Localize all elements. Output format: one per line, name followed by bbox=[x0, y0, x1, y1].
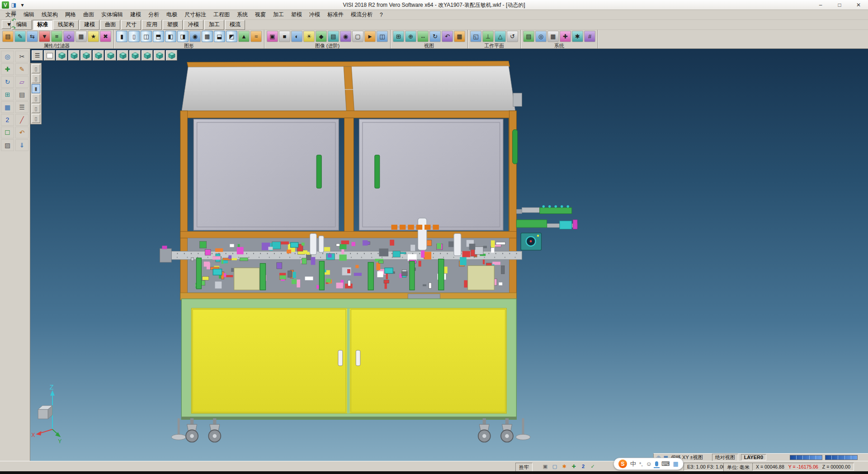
menu-item[interactable]: 工程图 bbox=[210, 10, 233, 19]
grid-small-icon[interactable]: ▦ bbox=[1, 101, 14, 113]
color-palette-icon[interactable]: ✱ bbox=[561, 463, 568, 470]
tab[interactable]: 标准 bbox=[33, 20, 52, 30]
keyboard-icon[interactable]: ⌨ bbox=[661, 460, 670, 467]
draft-analysis-icon[interactable]: ▲ bbox=[238, 31, 250, 42]
menu-item[interactable]: 尺寸标注 bbox=[181, 10, 210, 19]
animation-icon[interactable]: ► bbox=[364, 31, 376, 42]
view-dimetric-icon[interactable] bbox=[154, 50, 165, 61]
menu-item[interactable]: 分析 bbox=[145, 10, 163, 19]
edge-display-icon[interactable]: ⬓ bbox=[214, 31, 225, 42]
line-icon[interactable]: ╱ bbox=[15, 114, 28, 126]
color-filter-icon[interactable]: ▼ bbox=[39, 31, 50, 42]
close-button[interactable]: ✕ bbox=[849, 0, 868, 9]
maximize-button[interactable]: □ bbox=[830, 0, 849, 9]
sogou-logo-icon[interactable]: S bbox=[618, 460, 627, 468]
menu-item[interactable]: 建模 bbox=[127, 10, 145, 19]
menu-item[interactable]: 加工 bbox=[269, 10, 288, 19]
plane-icon[interactable]: ▱ bbox=[15, 76, 28, 88]
tab[interactable]: 冲模 bbox=[184, 20, 203, 30]
menu-item[interactable]: 线架构 bbox=[38, 10, 61, 19]
3d-viewport[interactable]: Z X Y ☰ ▯▯▮▯▯▯ bbox=[30, 49, 868, 461]
transparency-icon[interactable]: ⬒ bbox=[153, 31, 164, 42]
microphone-icon[interactable] bbox=[655, 461, 658, 466]
hatch-icon[interactable]: ▨ bbox=[1, 139, 14, 151]
ime-language-toggle[interactable]: 中 bbox=[630, 460, 636, 468]
ime-toolbox-icon[interactable]: ▦ bbox=[673, 460, 679, 467]
silhouette-icon[interactable]: ◩ bbox=[226, 31, 237, 42]
type-filter-icon[interactable]: ◇ bbox=[63, 31, 75, 42]
highlight-icon[interactable]: ◉ bbox=[189, 31, 201, 42]
tab[interactable]: 塑膜 bbox=[163, 20, 183, 30]
ime-punctuation-toggle[interactable]: °, bbox=[639, 461, 642, 467]
copy-attributes-icon[interactable]: ⇆ bbox=[27, 31, 38, 42]
menu-item[interactable]: 标准件 bbox=[324, 10, 347, 19]
machine-cabinet[interactable] bbox=[180, 293, 516, 419]
workplane-3point-icon[interactable]: △ bbox=[495, 31, 506, 42]
machine-conveyor-arm[interactable] bbox=[516, 205, 577, 250]
view-mode-icon[interactable]: ▯ bbox=[32, 64, 40, 73]
menu-item[interactable]: 模流分析 bbox=[347, 10, 376, 19]
view-back-icon[interactable] bbox=[80, 50, 92, 61]
texture-icon[interactable]: ▦ bbox=[202, 31, 213, 42]
menu-item[interactable]: 网格 bbox=[61, 10, 80, 19]
absolute-view-field[interactable]: 绝对视图 bbox=[712, 454, 738, 461]
viewbar-blank-icon[interactable] bbox=[44, 50, 55, 61]
pan-icon[interactable]: ↔ bbox=[417, 31, 429, 42]
section-view-icon[interactable]: ◧ bbox=[165, 31, 176, 42]
macro-icon[interactable]: # bbox=[584, 31, 595, 42]
view-trimetric-icon[interactable] bbox=[166, 50, 177, 61]
named-views-icon[interactable]: ▦ bbox=[454, 31, 465, 42]
workplane-reset-icon[interactable]: ↺ bbox=[507, 31, 518, 42]
viewbar-menu-icon[interactable]: ☰ bbox=[32, 50, 43, 61]
ghost-mode-icon[interactable]: ▯ bbox=[32, 94, 40, 103]
minimize-button[interactable]: – bbox=[811, 0, 830, 9]
menu-item[interactable]: 电极 bbox=[163, 10, 181, 19]
settings-icon[interactable]: ✚ bbox=[570, 463, 577, 470]
view-right-icon[interactable] bbox=[105, 50, 116, 61]
layer-filter-icon[interactable]: ≡ bbox=[51, 31, 62, 42]
list-icon[interactable]: ☰ bbox=[15, 101, 28, 113]
tab[interactable]: 线架构 bbox=[53, 20, 79, 30]
menu-item[interactable]: 系统 bbox=[233, 10, 251, 19]
menu-item[interactable]: 冲模 bbox=[306, 10, 324, 19]
attributes-icon[interactable]: ▤ bbox=[2, 31, 14, 42]
camera-icon[interactable]: ◉ bbox=[340, 31, 351, 42]
previous-view-icon[interactable]: ↶ bbox=[442, 31, 453, 42]
undo-small-icon[interactable]: ↶ bbox=[15, 127, 28, 138]
options-icon[interactable]: ✱ bbox=[572, 31, 583, 42]
box-icon[interactable]: ☐ bbox=[1, 127, 14, 138]
zoom-all-icon[interactable]: ⊕ bbox=[405, 31, 416, 42]
dynamic-section-icon[interactable]: ▮ bbox=[32, 84, 40, 93]
save-all-icon[interactable]: ◨ bbox=[10, 1, 18, 9]
tab[interactable]: 尺寸 bbox=[121, 20, 141, 30]
frame-door-handle[interactable] bbox=[513, 130, 518, 164]
trim-icon[interactable]: ✂ bbox=[15, 51, 28, 62]
tab[interactable]: 曲面 bbox=[100, 20, 120, 30]
measure-icon[interactable]: ⊞ bbox=[1, 89, 14, 100]
material-icon[interactable]: ◆ bbox=[316, 31, 327, 42]
point-icon[interactable]: 2 bbox=[1, 114, 14, 126]
tab[interactable]: 应用 bbox=[142, 20, 162, 30]
machine-casters[interactable] bbox=[171, 418, 530, 442]
selection-icon[interactable]: ◎ bbox=[1, 51, 14, 62]
rotate-element-icon[interactable]: ↻ bbox=[1, 76, 14, 88]
workplane-xy-icon[interactable]: ◱ bbox=[470, 31, 481, 42]
lock-view-icon[interactable]: ▯ bbox=[32, 114, 40, 123]
stereo-icon[interactable]: ◫ bbox=[377, 31, 388, 42]
quick-filter-icon[interactable]: ★ bbox=[88, 31, 99, 42]
view-top-icon[interactable] bbox=[117, 50, 128, 61]
background-icon[interactable]: ▤ bbox=[328, 31, 339, 42]
print-icon[interactable]: ▤ bbox=[10, 9, 18, 16]
machine-window-right[interactable] bbox=[359, 119, 503, 230]
view-iso-icon[interactable] bbox=[56, 50, 67, 61]
menu-item[interactable]: ? bbox=[376, 11, 387, 19]
machine-model[interactable]: Z X Y bbox=[30, 49, 868, 461]
curvature-icon[interactable]: ≈ bbox=[250, 31, 262, 42]
tab[interactable]: 加工 bbox=[204, 20, 224, 30]
clip-plane-icon[interactable]: ▯ bbox=[32, 74, 40, 83]
shadow-icon[interactable]: ■ bbox=[279, 31, 290, 42]
view-front-icon[interactable] bbox=[68, 50, 80, 61]
snapshot-icon[interactable]: ▢ bbox=[352, 31, 363, 42]
active-layer-field[interactable]: LAYER0 bbox=[741, 454, 766, 460]
display-icon[interactable]: ▢ bbox=[551, 463, 558, 470]
